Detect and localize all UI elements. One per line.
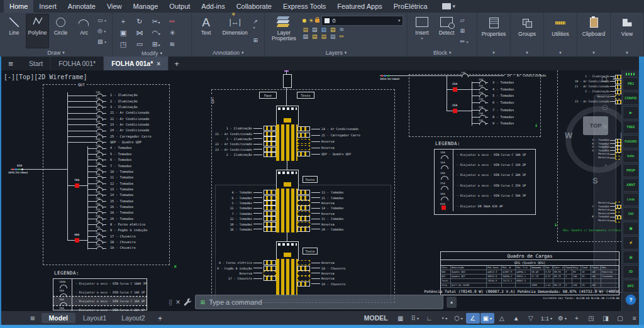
tab-close-icon[interactable] [157,60,160,67]
file-tab[interactable]: FOLHA 001* [51,57,104,70]
panel-caret[interactable] [611,48,643,57]
rotate-icon[interactable]: ↻ [136,18,142,26]
leader-button[interactable]: ↗ ▾ [253,19,262,30]
layer-properties-button[interactable]: Layer Properties [267,14,300,48]
menu-tab[interactable]: Insert [33,0,62,13]
status-toggle[interactable]: ◔ [437,313,451,324]
layer-tool-icon[interactable]: ≋ [339,27,344,33]
status-toggle[interactable]: ▦ [394,313,408,324]
insert-block-button[interactable]: Insert ▾ [410,14,433,48]
menu-tab[interactable]: View [101,0,128,13]
panel-caret[interactable] [577,48,610,57]
layer-freeze-icon[interactable]: ☀ [308,18,313,24]
proeletrica-tool-button[interactable]: Util [623,207,639,221]
block-attrib-icon[interactable]: ✏ ▾ [460,39,468,45]
layer-tool-icon[interactable]: ▤ [321,27,326,33]
modify-panel-label[interactable]: Modify [113,50,191,57]
layout-tab[interactable]: Model [42,313,75,323]
menu-tab[interactable]: ProElétrica [388,0,433,13]
annotation-panel-label[interactable]: Annotation [192,48,264,57]
trim-icon[interactable]: ✂▾ [152,18,160,26]
layout-tab[interactable]: Layout2 [114,313,152,323]
viewport-controls[interactable]: [-][Top][2D Wireframe] [4,74,87,80]
layer-combo[interactable]: 0 ▾ [321,16,403,26]
proeletrica-tool-button[interactable]: ▦ [623,222,639,235]
ribbon-panel-collapsed[interactable]: Properties [477,13,511,57]
wrench-icon[interactable] [184,298,192,306]
viewcube-top-face[interactable]: TOP [583,116,608,135]
layer-tool-icon[interactable]: ▤ [330,34,336,40]
status-toggle[interactable]: ◳ [584,313,598,324]
explode-icon[interactable]: ✳ [169,29,175,37]
status-toggle[interactable]: + [570,313,584,324]
copy-icon[interactable]: ▣ [120,29,126,37]
ribbon-panel-collapsed[interactable]: Utilities [544,13,577,57]
layer-lock-icon[interactable] [315,19,319,23]
ribbon-panel-collapsed[interactable]: Groups [511,13,544,57]
stretch-icon[interactable]: ◳ [120,40,126,48]
rectangle-flyout-button[interactable]: ▭ ▾ [97,18,106,23]
panel-caret[interactable] [511,48,543,57]
new-layout-button[interactable] [153,314,168,323]
draw-tool-button[interactable]: Polyline [26,14,49,48]
proeletrica-tool-button[interactable]: FIAGRO [623,135,639,148]
layer-tool-icon[interactable]: ✏ [339,34,344,40]
menu-tab[interactable]: Output [164,0,196,13]
layer-tool-icon[interactable]: ▤ [312,27,318,33]
file-tab[interactable]: Start [21,57,51,70]
layer-tool-icon[interactable]: ▤ [321,34,326,40]
block-panel-label[interactable]: Block [408,48,477,57]
menu-tab[interactable]: Manage [128,0,164,13]
layer-tool-icon[interactable]: ▤ [303,34,308,40]
status-toggle[interactable]: ⚙ [555,313,569,324]
menu-tab[interactable]: Home [4,0,33,13]
proeletrica-tool-button[interactable]: ▶ [623,106,639,119]
proeletrica-tool-button[interactable]: PRSP [623,164,639,177]
fillet-icon[interactable]: ◠▾ [152,29,160,37]
draw-tool-button[interactable]: Arc [72,14,96,48]
status-toggle[interactable]: △ [495,313,509,324]
mirror-icon[interactable]: ⋈ [136,29,143,37]
restore-icon[interactable]: ▢ [601,75,607,82]
close-icon[interactable] [176,298,180,307]
ribbon-panel-collapsed[interactable]: View [611,13,644,57]
proeletrica-tool-button[interactable]: ⚡ [623,236,639,249]
status-toggle[interactable]: ⬡ [452,313,465,324]
draw-panel-label[interactable]: Draw [0,48,112,57]
table-button[interactable]: ⊞ [253,38,262,43]
ribbon-panel-collapsed[interactable]: Clipboard [577,13,611,57]
proeletrica-tool-button[interactable]: 3D [623,265,639,278]
status-toggle[interactable]: ▽ [524,313,538,324]
proeletrica-tool-button[interactable]: Indic [623,150,639,163]
proeletrica-tool-button[interactable]: PRJ [623,77,639,90]
drawing-canvas[interactable]: [-][Top][2D Wireframe] QDT 70A 40A 63A 3… [0,70,644,311]
status-toggle[interactable]: ∟ [423,313,436,324]
menu-tab[interactable]: Express Tools [277,0,331,13]
dimension-button[interactable]: |↔|✳ Dimension [219,14,252,48]
array-icon[interactable]: ⊞▾ [152,40,160,48]
draw-tool-button[interactable]: Circle [49,14,72,48]
command-input[interactable]: ⊞ Type a command [195,295,443,309]
menu-tab[interactable]: Featured Apps [331,0,388,13]
block-edit-icon[interactable]: ▱ [460,18,468,23]
status-toggle[interactable]: ⠿ [408,313,422,324]
draw-tool-button[interactable]: Line [3,14,26,48]
scale-icon[interactable]: ▭ [136,40,143,48]
hamburger-icon[interactable] [30,314,35,323]
block-create-icon[interactable]: ⊞ [460,28,468,34]
hamburger-icon[interactable] [0,57,21,70]
proeletrica-tool-button[interactable]: Lista [623,193,639,206]
menubar-gallery-button[interactable]: ▾ [442,0,456,13]
erase-icon[interactable]: ✏ [169,18,175,26]
menu-tab[interactable]: Annotate [62,0,101,13]
status-toggle[interactable]: ▢ [613,313,627,324]
layer-tool-icon[interactable]: ▤ [312,34,318,40]
proeletrica-tool-button[interactable]: ▤ [623,251,639,264]
move-icon[interactable]: + [121,18,125,25]
offset-icon[interactable]: ≋ [169,40,175,48]
menu-tab[interactable]: Collaborate [231,0,277,13]
proeletrica-tool-button[interactable]: ABNT [623,178,639,192]
close-icon[interactable]: × [612,75,616,82]
status-toggle[interactable]: ∠ [466,313,480,324]
detect-button[interactable]: Detect [435,14,458,48]
